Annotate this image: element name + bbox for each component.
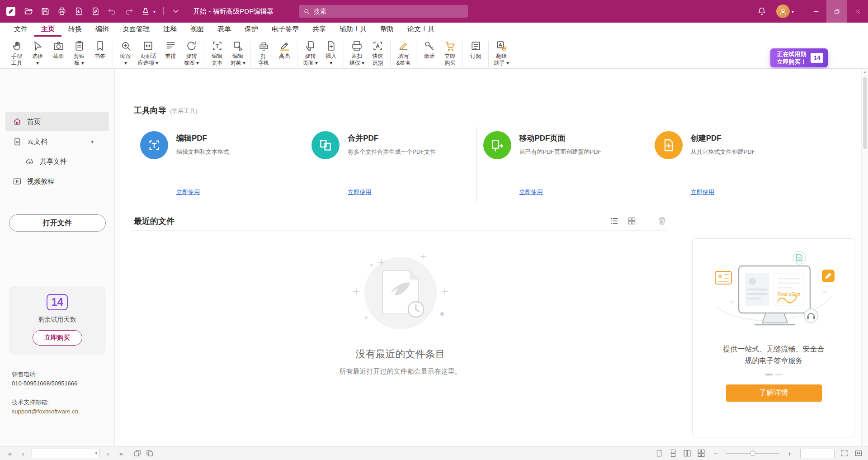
close-button[interactable] (847, 0, 868, 23)
menu-file[interactable]: 文件 (7, 23, 34, 37)
card-move-pdf-pages[interactable]: 移动PDF页面 从已有的PDF页面创建新的PDF 立即使用 (477, 127, 648, 204)
create-pdf-icon[interactable] (91, 7, 100, 16)
open-file-icon[interactable] (24, 7, 33, 16)
sidebar-item-video-tutorials[interactable]: 视频教程 (5, 172, 109, 191)
support-email-link[interactable]: support@foxitsoftware.cn (12, 407, 114, 416)
ribbon-tool-rotate-view[interactable]: 旋转视图 ▾ (181, 40, 202, 67)
zoom-out-button[interactable]: − (711, 448, 720, 458)
trial-buy-badge[interactable]: 正在试用期 立即购买！ 14 (770, 48, 828, 67)
menu-esign[interactable]: 电子签章 (265, 23, 306, 37)
facing-view-icon[interactable] (683, 449, 691, 457)
menu-edit[interactable]: 编辑 (89, 23, 116, 37)
ribbon-tool-zoom[interactable]: 缩放▾ (115, 40, 136, 67)
ribbon-tool-insert-pages[interactable]: 插入▾ (321, 40, 341, 67)
menu-paper-tools[interactable]: 论文工具 (401, 23, 441, 37)
print-icon[interactable] (57, 7, 66, 16)
undo-icon[interactable] (108, 7, 117, 16)
buy-now-button[interactable]: 立即购买 (33, 330, 82, 346)
facing-continuous-view-icon[interactable] (697, 449, 705, 457)
menu-share[interactable]: 共享 (306, 23, 333, 37)
fit-page-icon[interactable] (840, 449, 849, 457)
carousel-dot[interactable] (765, 374, 773, 375)
ribbon-tool-snapshot[interactable]: 截图 (48, 40, 69, 60)
card-create-pdf[interactable]: 创建PDF 从其它格式文件创建PDF 立即使用 (648, 127, 819, 204)
ribbon-tool-edit-object[interactable]: 编辑对象 ▾ (227, 40, 248, 67)
ribbon-tool-scanner[interactable]: 从扫描仪 ▾ (346, 40, 367, 67)
menu-convert[interactable]: 转换 (61, 23, 89, 37)
save-icon[interactable] (41, 7, 50, 16)
ribbon-tool-edit-text[interactable]: 编辑文本 (207, 40, 227, 67)
next-view-icon[interactable] (146, 449, 154, 457)
zoom-value-input[interactable] (801, 449, 834, 458)
export-pdf-icon[interactable] (74, 7, 83, 16)
sidebar-item-cloud-docs[interactable]: 云文档 ▾ (5, 132, 109, 151)
expand-caret-icon[interactable]: ▾ (91, 139, 94, 145)
menu-help[interactable]: 帮助 (373, 23, 401, 37)
ribbon-tool-highlight[interactable]: 高亮 (274, 40, 295, 60)
page-number-input[interactable] (32, 449, 93, 458)
trash-icon[interactable] (657, 216, 667, 226)
fullscreen-icon[interactable] (854, 449, 863, 457)
ribbon-tool-activate[interactable]: 激活 (419, 40, 439, 60)
ribbon-tool-subscribe[interactable]: 订阅 (465, 40, 486, 60)
open-file-button[interactable]: 打开文件 (9, 214, 106, 232)
search-input[interactable] (314, 8, 463, 15)
zoom-slider-knob[interactable] (750, 451, 755, 456)
scrollbar-thumb[interactable] (863, 77, 867, 149)
search-box[interactable] (299, 5, 468, 18)
esign-caret-icon[interactable]: ▾ (153, 9, 156, 14)
ribbon-tool-rotate-pages[interactable]: 旋转页面 ▾ (300, 40, 321, 67)
ribbon-tool-clipboard[interactable]: 剪贴板 ▾ (69, 40, 90, 67)
ribbon-tool-bookmark[interactable]: 书签 (90, 40, 110, 60)
page-dropdown-caret-icon[interactable]: ▾ (93, 451, 99, 455)
menu-home[interactable]: 主页 (34, 23, 61, 37)
grid-view-icon[interactable] (627, 216, 637, 226)
menu-comment[interactable]: 注释 (156, 23, 184, 37)
sidebar-item-shared-files[interactable]: 共享文件 (5, 152, 109, 171)
list-view-icon[interactable] (609, 216, 619, 226)
prev-page-button[interactable]: ‹ (19, 448, 28, 458)
ribbon-tool-ocr[interactable]: 快速识别 (367, 40, 388, 67)
learn-more-button[interactable]: 了解详情 (726, 384, 822, 402)
card-edit-pdf[interactable]: 编辑PDF 编辑文档和文本格式 立即使用 (134, 127, 305, 204)
search-icon (303, 8, 310, 15)
minimize-button[interactable] (806, 0, 826, 23)
ribbon-tool-select[interactable]: 选择▾ (27, 40, 48, 67)
menu-form[interactable]: 表单 (211, 23, 238, 37)
prev-view-icon[interactable] (133, 449, 142, 457)
last-page-button[interactable]: » (117, 448, 126, 458)
zoom-in-button[interactable]: + (785, 448, 794, 458)
next-page-button[interactable]: › (104, 448, 113, 458)
continuous-view-icon[interactable] (669, 449, 677, 457)
ribbon-tool-reflow[interactable]: 重排 (160, 40, 181, 60)
use-now-link[interactable]: 立即使用 (519, 188, 543, 196)
card-merge-pdf[interactable]: 合并PDF 将多个文件合并生成一个PDF文件 立即使用 (305, 127, 476, 204)
use-now-link[interactable]: 立即使用 (176, 188, 200, 196)
menu-accessibility[interactable]: 辅助工具 (333, 23, 373, 37)
ribbon-tool-translate[interactable]: 翻译助手 ▾ (491, 40, 512, 67)
ribbon-tool-typewriter[interactable]: 打字机 (253, 40, 274, 67)
menu-view[interactable]: 视图 (184, 23, 211, 37)
redo-icon[interactable] (124, 7, 133, 16)
scroll-up-arrow-icon[interactable]: ▲ (862, 70, 868, 74)
menu-protect[interactable]: 保护 (238, 23, 265, 37)
ribbon-tool-hand[interactable]: 手型工具 (6, 40, 27, 67)
restore-button[interactable] (826, 0, 847, 23)
esign-stamp-icon[interactable] (141, 7, 150, 16)
use-now-link[interactable]: 立即使用 (348, 188, 371, 196)
account-caret-icon[interactable]: ▾ (792, 9, 794, 14)
carousel-dot[interactable] (775, 374, 783, 375)
ribbon-tool-page-fit[interactable]: 页面适应选项 ▾ (136, 40, 160, 67)
zoom-slider[interactable] (726, 453, 779, 454)
first-page-button[interactable]: « (5, 448, 14, 458)
user-avatar[interactable] (776, 5, 790, 18)
menu-page-management[interactable]: 页面管理 (116, 23, 156, 37)
vertical-scrollbar[interactable]: ▲ (861, 69, 868, 446)
ribbon-tool-fill-sign[interactable]: 填写&签名 (393, 40, 414, 67)
use-now-link[interactable]: 立即使用 (691, 188, 714, 196)
sidebar-item-home[interactable]: 首页 (5, 112, 109, 131)
single-page-view-icon[interactable] (655, 449, 663, 457)
notifications-bell-icon[interactable] (757, 7, 766, 16)
ribbon-tool-buy-now[interactable]: 立即购买 (439, 40, 460, 67)
toolbar-options-chevron-icon[interactable] (171, 7, 180, 16)
